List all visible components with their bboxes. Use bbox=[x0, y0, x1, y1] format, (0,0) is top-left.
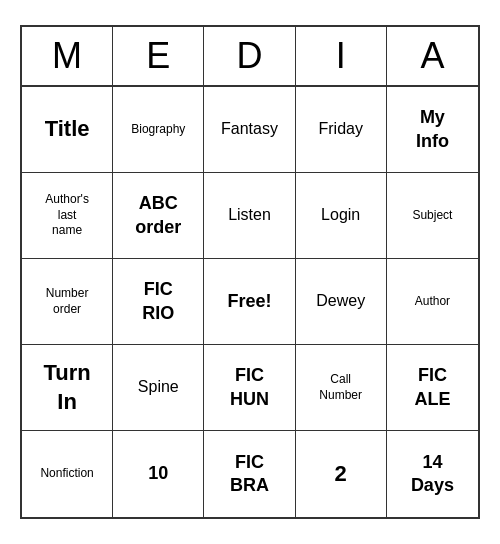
cell-label: Fantasy bbox=[221, 119, 278, 140]
bingo-cell: Title bbox=[22, 87, 113, 173]
bingo-cell: Number order bbox=[22, 259, 113, 345]
cell-label: FIC BRA bbox=[230, 451, 269, 498]
bingo-cell: Friday bbox=[296, 87, 387, 173]
bingo-cell: 2 bbox=[296, 431, 387, 517]
bingo-cell: Fantasy bbox=[204, 87, 295, 173]
cell-label: 14 Days bbox=[411, 451, 454, 498]
bingo-cell: FIC RIO bbox=[113, 259, 204, 345]
cell-label: Listen bbox=[228, 205, 271, 226]
header-letter: M bbox=[22, 27, 113, 85]
bingo-header: MEDIA bbox=[22, 27, 478, 87]
bingo-cell: 10 bbox=[113, 431, 204, 517]
bingo-cell: FIC ALE bbox=[387, 345, 478, 431]
cell-label: Nonfiction bbox=[40, 466, 93, 482]
bingo-cell: Author's last name bbox=[22, 173, 113, 259]
cell-label: My Info bbox=[416, 106, 449, 153]
cell-label: Free! bbox=[227, 290, 271, 313]
bingo-cell: Turn In bbox=[22, 345, 113, 431]
bingo-cell: Listen bbox=[204, 173, 295, 259]
bingo-cell: Dewey bbox=[296, 259, 387, 345]
bingo-cell: Subject bbox=[387, 173, 478, 259]
cell-label: FIC HUN bbox=[230, 364, 269, 411]
bingo-card: MEDIA TitleBiographyFantasyFridayMy Info… bbox=[20, 25, 480, 519]
cell-label: ABC order bbox=[135, 192, 181, 239]
cell-label: Friday bbox=[318, 119, 362, 140]
bingo-cell: Call Number bbox=[296, 345, 387, 431]
bingo-cell: My Info bbox=[387, 87, 478, 173]
header-letter: E bbox=[113, 27, 204, 85]
cell-label: Title bbox=[45, 115, 90, 144]
cell-label: Author's last name bbox=[45, 192, 89, 239]
cell-label: Subject bbox=[412, 208, 452, 224]
header-letter: D bbox=[204, 27, 295, 85]
bingo-cell: Biography bbox=[113, 87, 204, 173]
bingo-cell: ABC order bbox=[113, 173, 204, 259]
cell-label: Biography bbox=[131, 122, 185, 138]
bingo-grid: TitleBiographyFantasyFridayMy InfoAuthor… bbox=[22, 87, 478, 517]
cell-label: Author bbox=[415, 294, 450, 310]
bingo-cell: Author bbox=[387, 259, 478, 345]
cell-label: Login bbox=[321, 205, 360, 226]
cell-label: Spine bbox=[138, 377, 179, 398]
bingo-cell: Login bbox=[296, 173, 387, 259]
bingo-cell: Free! bbox=[204, 259, 295, 345]
bingo-cell: FIC BRA bbox=[204, 431, 295, 517]
cell-label: Turn In bbox=[43, 359, 90, 416]
bingo-cell: FIC HUN bbox=[204, 345, 295, 431]
cell-label: FIC ALE bbox=[414, 364, 450, 411]
bingo-cell: Nonfiction bbox=[22, 431, 113, 517]
header-letter: A bbox=[387, 27, 478, 85]
bingo-cell: 14 Days bbox=[387, 431, 478, 517]
cell-label: FIC RIO bbox=[142, 278, 174, 325]
bingo-cell: Spine bbox=[113, 345, 204, 431]
cell-label: Call Number bbox=[319, 372, 362, 403]
cell-label: 10 bbox=[148, 462, 168, 485]
cell-label: 2 bbox=[335, 460, 347, 489]
cell-label: Number order bbox=[46, 286, 89, 317]
cell-label: Dewey bbox=[316, 291, 365, 312]
header-letter: I bbox=[296, 27, 387, 85]
